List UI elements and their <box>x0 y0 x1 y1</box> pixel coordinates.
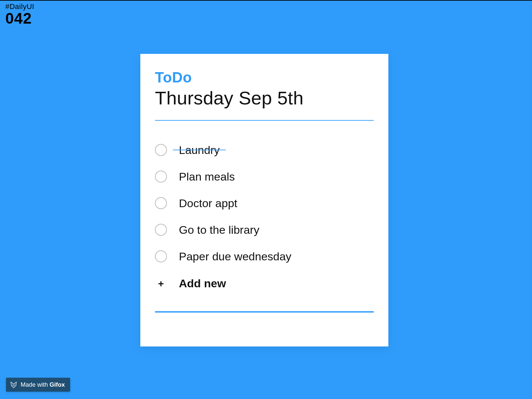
todo-item[interactable]: Paper due wednesday <box>155 250 374 262</box>
todo-item-label: Laundry <box>179 144 220 156</box>
todo-card-inner: ToDo Thursday Sep 5th Laundry Plan meals… <box>140 54 388 316</box>
footer-divider <box>155 311 374 313</box>
todo-item-label: Go to the library <box>179 224 259 235</box>
checkbox-icon[interactable] <box>155 144 167 156</box>
todo-item-label: Paper due wednesday <box>179 251 291 262</box>
todo-card: ToDo Thursday Sep 5th Laundry Plan meals… <box>140 54 388 346</box>
todo-list: Laundry Plan meals Doctor appt Go to the… <box>155 144 374 290</box>
todo-item-label: Plan meals <box>179 171 235 182</box>
todo-item[interactable]: Plan meals <box>155 171 374 183</box>
add-new-button[interactable]: + Add new <box>155 277 374 290</box>
gifox-badge-text: Made with Gifox <box>21 381 65 388</box>
todo-item[interactable]: Laundry <box>155 144 374 156</box>
checkbox-icon[interactable] <box>155 250 167 262</box>
todo-item[interactable]: Doctor appt <box>155 197 374 209</box>
checkbox-icon[interactable] <box>155 224 167 236</box>
checkbox-icon[interactable] <box>155 171 167 183</box>
challenge-tag: #DailyUI 042 <box>5 3 34 27</box>
checkbox-icon[interactable] <box>155 197 167 209</box>
plus-icon: + <box>155 279 167 289</box>
date-title: Thursday Sep 5th <box>155 87 374 109</box>
header-divider <box>155 120 374 121</box>
todo-item-label: Doctor appt <box>179 198 237 209</box>
right-edge-shadow <box>529 1 532 399</box>
gifox-fox-icon <box>10 381 17 388</box>
challenge-number: 042 <box>5 10 34 27</box>
add-new-label: Add new <box>179 277 226 290</box>
stage: #DailyUI 042 ToDo Thursday Sep 5th Laund… <box>0 1 532 399</box>
gifox-badge[interactable]: Made with Gifox <box>6 378 70 392</box>
todo-item[interactable]: Go to the library <box>155 224 374 236</box>
app-title: ToDo <box>155 69 374 86</box>
